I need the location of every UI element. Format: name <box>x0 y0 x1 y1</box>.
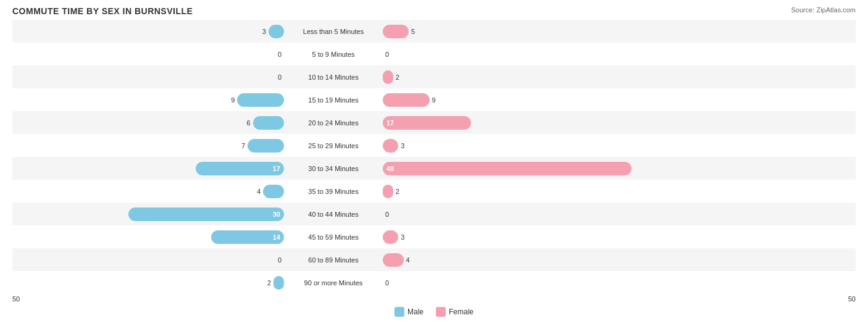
chart-row: 4 35 to 39 Minutes 2 <box>12 180 856 203</box>
bar-male <box>253 116 284 130</box>
male-value-outside: 9 <box>231 96 235 104</box>
legend-male-label: Male <box>407 308 424 316</box>
bar-female <box>383 25 409 38</box>
right-section: 48 <box>383 157 654 180</box>
row-layout: 9 15 to 19 Minutes 9 <box>12 88 856 111</box>
bar-female <box>383 230 398 244</box>
left-section: 2 <box>12 271 284 294</box>
female-value-zero: 0 <box>385 51 389 58</box>
bar-male: 17 <box>196 162 284 175</box>
legend-female-label: Female <box>449 308 474 316</box>
row-label: 20 to 24 Minutes <box>284 119 383 127</box>
female-value-outside: 3 <box>401 142 404 149</box>
chart-row: 0 5 to 9 Minutes 0 <box>12 43 856 65</box>
legend-female-box <box>436 307 446 317</box>
axis-left: 50 <box>12 295 20 303</box>
row-layout: 0 10 to 14 Minutes 2 <box>12 65 856 88</box>
male-value-zero: 0 <box>278 51 282 58</box>
row-layout: 7 25 to 29 Minutes 3 <box>12 134 856 157</box>
female-value-inside: 17 <box>386 119 394 127</box>
right-section: 0 <box>383 271 654 294</box>
row-label: 40 to 44 Minutes <box>284 211 383 218</box>
female-value-outside: 2 <box>396 73 399 81</box>
axis-right: 50 <box>848 295 856 303</box>
right-section: 0 <box>383 43 654 65</box>
row-label: 10 to 14 Minutes <box>284 73 383 81</box>
bar-female <box>383 139 398 153</box>
male-value-inside: 17 <box>273 165 280 172</box>
bar-female <box>383 93 430 107</box>
chart-container: COMMUTE TIME BY SEX IN BURNSVILLE Source… <box>0 0 868 323</box>
right-section: 4 <box>383 248 654 271</box>
row-label: 35 to 39 Minutes <box>284 188 383 195</box>
chart-row: 6 20 to 24 Minutes 17 <box>12 111 856 134</box>
male-value-zero: 0 <box>278 256 282 264</box>
male-value-outside: 6 <box>246 119 250 127</box>
bar-male: 30 <box>128 208 284 221</box>
row-layout: 3 Less than 5 Minutes 5 <box>12 20 856 43</box>
axis-labels: 50 50 <box>12 295 856 303</box>
female-value-outside: 5 <box>411 28 415 35</box>
right-section: 3 <box>383 225 654 248</box>
bar-male <box>237 93 284 107</box>
legend-male: Male <box>394 307 424 317</box>
row-layout: 6 20 to 24 Minutes 17 <box>12 111 856 134</box>
female-value-zero: 0 <box>385 211 389 218</box>
bar-female <box>383 253 404 267</box>
left-section: 9 <box>12 88 284 111</box>
left-section: 3 <box>12 20 284 43</box>
female-value-outside: 3 <box>401 233 404 241</box>
row-label: 90 or more Minutes <box>284 279 383 287</box>
female-value-inside: 48 <box>386 165 394 172</box>
bar-male <box>273 276 284 290</box>
female-value-outside: 4 <box>406 256 410 264</box>
row-label: Less than 5 Minutes <box>284 28 383 35</box>
bar-female: 48 <box>383 162 632 175</box>
male-value-inside: 30 <box>273 211 280 218</box>
row-label: 60 to 89 Minutes <box>284 256 383 264</box>
right-section: 2 <box>383 65 654 88</box>
chart-title: COMMUTE TIME BY SEX IN BURNSVILLE <box>12 6 856 16</box>
left-section: 6 <box>12 111 284 134</box>
row-layout: 14 45 to 59 Minutes 3 <box>12 225 856 248</box>
left-section: 4 <box>12 180 284 203</box>
chart-row: 7 25 to 29 Minutes 3 <box>12 134 856 157</box>
chart-row: 9 15 to 19 Minutes 9 <box>12 88 856 111</box>
right-section: 0 <box>383 203 654 225</box>
bar-male <box>269 25 284 38</box>
chart-row: 2 90 or more Minutes 0 <box>12 271 856 294</box>
legend-female: Female <box>436 307 474 317</box>
right-section: 5 <box>383 20 654 43</box>
left-section: 30 <box>12 203 284 225</box>
female-value-outside: 9 <box>432 96 436 104</box>
male-value-outside: 2 <box>267 279 271 287</box>
row-label: 30 to 34 Minutes <box>284 165 383 172</box>
female-value-zero: 0 <box>385 279 389 287</box>
bar-male <box>263 185 284 198</box>
left-section: 0 <box>12 65 284 88</box>
right-section: 17 <box>383 111 654 134</box>
chart-row: 0 60 to 89 Minutes 4 <box>12 248 856 271</box>
male-value-outside: 3 <box>262 28 266 35</box>
bar-male: 14 <box>211 230 284 244</box>
chart-row: 14 45 to 59 Minutes 3 <box>12 225 856 248</box>
row-label: 45 to 59 Minutes <box>284 233 383 241</box>
row-layout: 2 90 or more Minutes 0 <box>12 271 856 294</box>
row-layout: 4 35 to 39 Minutes 2 <box>12 180 856 203</box>
male-value-outside: 4 <box>257 188 261 195</box>
male-value-outside: 7 <box>241 142 245 149</box>
left-section: 7 <box>12 134 284 157</box>
row-label: 25 to 29 Minutes <box>284 142 383 149</box>
source-label: Source: ZipAtlas.com <box>791 6 856 14</box>
bar-female <box>383 70 393 84</box>
legend-male-box <box>394 307 404 317</box>
left-section: 14 <box>12 225 284 248</box>
male-value-zero: 0 <box>278 73 282 81</box>
row-layout: 0 60 to 89 Minutes 4 <box>12 248 856 271</box>
chart-row: 17 30 to 34 Minutes 48 <box>12 157 856 180</box>
row-layout: 30 40 to 44 Minutes 0 <box>12 203 856 225</box>
chart-row: 30 40 to 44 Minutes 0 <box>12 203 856 225</box>
right-section: 9 <box>383 88 654 111</box>
bar-male <box>248 139 284 153</box>
male-value-inside: 14 <box>273 233 280 241</box>
